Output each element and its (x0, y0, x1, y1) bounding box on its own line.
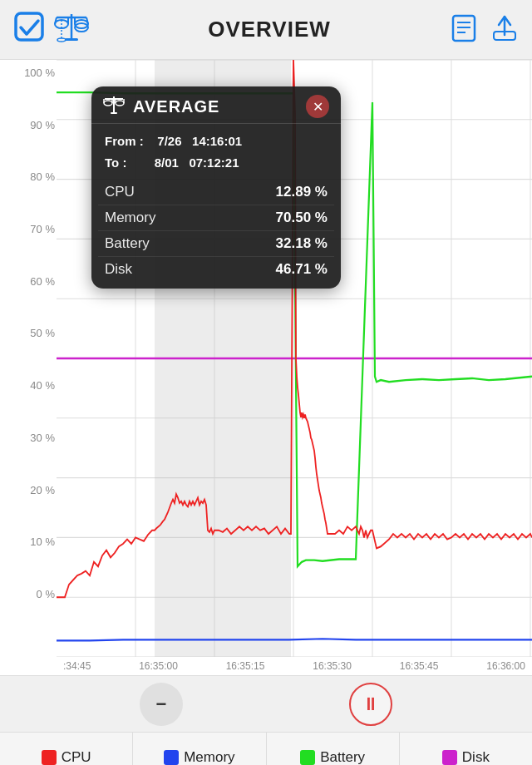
from-time: 14:16:01 (192, 134, 242, 148)
y-label-0: 0 % (3, 588, 55, 600)
svg-line-5 (55, 17, 57, 24)
avg-row-disk: Disk 46.71 % (98, 257, 334, 282)
legend-bar: CPU Memory Battery Disk (0, 732, 532, 765)
pause-icon: ⏸ (362, 693, 380, 715)
to-label: To : (105, 155, 126, 170)
from-label: From : (105, 134, 144, 148)
disk-dot (442, 750, 457, 765)
avg-disk-label: Disk (105, 261, 132, 278)
avg-memory-value: 70.50 % (276, 210, 328, 226)
svg-point-11 (57, 38, 66, 42)
avg-row-cpu: CPU 12.89 % (98, 180, 334, 205)
avg-close-button[interactable]: ✕ (306, 95, 329, 118)
avg-cpu-label: CPU (105, 184, 135, 200)
y-label-100: 100 % (3, 67, 55, 79)
y-label-10: 10 % (3, 536, 55, 548)
from-date: 7/26 (157, 134, 181, 148)
minus-button[interactable]: − (140, 683, 183, 726)
cpu-dot (42, 750, 57, 765)
y-label-50: 50 % (3, 327, 55, 339)
average-popup: AVERAGE ✕ From : 7/26 14:16:01 To : 8/01… (91, 86, 341, 289)
document-icon[interactable] (449, 13, 479, 47)
header: OVERVIEW (0, 0, 532, 60)
y-label-60: 60 % (3, 275, 55, 288)
avg-memory-label: Memory (105, 210, 155, 226)
scale-icon[interactable] (53, 11, 90, 49)
legend-memory[interactable]: Memory (133, 733, 266, 765)
chart-area: 100 % 90 % 80 % 70 % 60 % 50 % 40 % 30 %… (0, 60, 532, 675)
legend-battery[interactable]: Battery (267, 733, 400, 765)
x-label-1: 16:35:00 (139, 660, 178, 672)
y-label-30: 30 % (3, 432, 55, 444)
avg-disk-value: 46.71 % (276, 261, 328, 278)
x-label-5: 16:36:00 (486, 660, 525, 672)
y-label-90: 90 % (3, 119, 55, 131)
svg-rect-9 (65, 38, 78, 41)
svg-rect-46 (111, 112, 117, 114)
header-icons (449, 13, 519, 47)
svg-point-41 (116, 101, 124, 106)
svg-line-8 (86, 17, 88, 24)
y-label-80: 80 % (3, 170, 55, 183)
avg-battery-value: 32.18 % (276, 235, 328, 252)
avg-battery-label: Battery (105, 235, 150, 252)
avg-dates: From : 7/26 14:16:01 To : 8/01 07:12:21 (91, 127, 341, 176)
avg-row-battery: Battery 32.18 % (98, 231, 334, 257)
memory-dot (164, 750, 179, 765)
share-icon[interactable] (490, 13, 519, 47)
pause-button[interactable]: ⏸ (349, 683, 392, 726)
y-label-70: 70 % (3, 223, 55, 235)
controls-bar: − ⏸ (0, 675, 532, 732)
avg-scale-icon (103, 95, 125, 118)
avg-row-memory: Memory 70.50 % (98, 205, 334, 231)
avg-title: AVERAGE (133, 97, 298, 116)
svg-point-40 (104, 101, 112, 106)
legend-memory-label: Memory (184, 749, 234, 766)
minus-icon: − (156, 693, 167, 715)
avg-cpu-value: 12.89 % (276, 184, 328, 200)
y-label-40: 40 % (3, 379, 55, 392)
y-label-20: 20 % (3, 484, 55, 496)
x-label-3: 16:35:30 (313, 660, 352, 672)
check-icon[interactable] (13, 11, 45, 49)
legend-disk-label: Disk (462, 749, 490, 766)
to-time: 07:12:21 (189, 155, 239, 170)
legend-battery-label: Battery (320, 749, 365, 766)
battery-dot (300, 750, 315, 765)
avg-stats: CPU 12.89 % Memory 70.50 % Battery 32.18… (91, 180, 341, 282)
legend-cpu-label: CPU (62, 749, 91, 766)
page-title: OVERVIEW (208, 17, 331, 42)
to-date: 8/01 (155, 155, 179, 170)
x-label-2: 16:35:15 (226, 660, 265, 672)
y-axis: 100 % 90 % 80 % 70 % 60 % 50 % 40 % 30 %… (0, 60, 57, 609)
legend-disk[interactable]: Disk (400, 733, 532, 765)
avg-header: AVERAGE ✕ (91, 86, 341, 124)
x-axis: :34:45 16:35:00 16:35:15 16:35:30 16:35:… (57, 657, 532, 675)
x-label-4: 16:35:45 (400, 660, 439, 672)
header-left (13, 11, 90, 49)
legend-cpu[interactable]: CPU (0, 733, 133, 765)
x-label-0: :34:45 (63, 660, 91, 672)
